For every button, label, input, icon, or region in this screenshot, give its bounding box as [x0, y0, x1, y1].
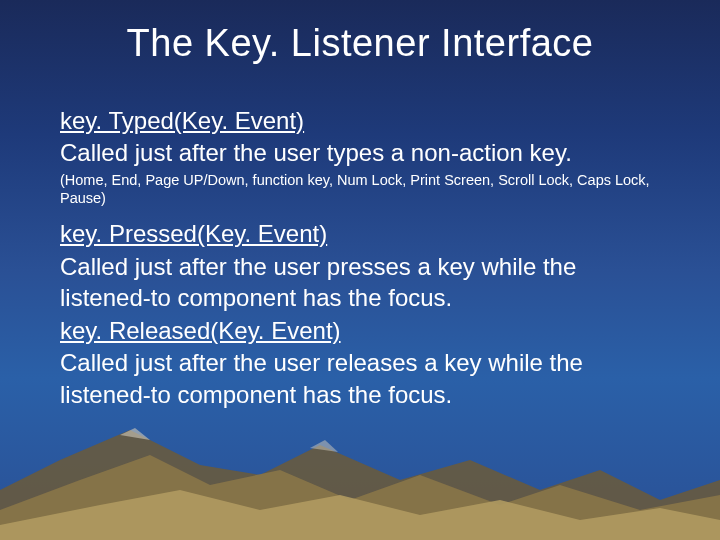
svg-marker-1: [0, 455, 720, 540]
method-name: key. Released(Key. Event): [60, 315, 660, 347]
svg-marker-0: [0, 430, 720, 540]
svg-marker-4: [310, 440, 338, 452]
slide-content: key. Typed(Key. Event) Called just after…: [0, 75, 720, 410]
method-name: key. Typed(Key. Event): [60, 105, 660, 137]
method-desc: Called just after the user presses a key…: [60, 251, 660, 313]
svg-marker-2: [0, 490, 720, 540]
method-desc: Called just after the user releases a ke…: [60, 347, 660, 409]
slide-title: The Key. Listener Interface: [0, 0, 720, 75]
mountain-decoration: [0, 420, 720, 540]
svg-marker-3: [120, 428, 150, 440]
method-note: (Home, End, Page UP/Down, function key, …: [60, 171, 660, 209]
method-desc: Called just after the user types a non-a…: [60, 137, 660, 168]
method-name: key. Pressed(Key. Event): [60, 218, 660, 250]
slide: The Key. Listener Interface key. Typed(K…: [0, 0, 720, 540]
